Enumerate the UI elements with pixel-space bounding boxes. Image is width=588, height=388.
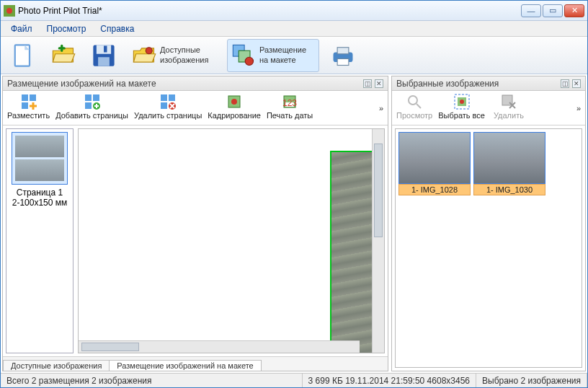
svg-point-10 <box>245 57 253 65</box>
image-x-icon <box>501 94 517 110</box>
magnifier-icon <box>406 94 422 110</box>
panel-close-icon[interactable]: ✕ <box>375 79 383 88</box>
svg-point-7 <box>146 47 152 53</box>
placed-photo[interactable] <box>330 151 372 353</box>
thumbnail-image <box>473 132 545 184</box>
document-icon <box>10 43 36 69</box>
svg-text:123: 123 <box>282 98 297 108</box>
horizontal-scrollbar[interactable] <box>79 340 360 353</box>
vertical-scrollbar[interactable] <box>372 129 384 353</box>
tab-layout[interactable]: Размещение изображений на макете <box>109 360 261 371</box>
save-button[interactable] <box>87 39 120 72</box>
layout-panel-title: Размещение изображений на макете <box>7 79 156 89</box>
grid-plus-icon <box>84 94 100 110</box>
toolbar-overflow-icon[interactable]: » <box>576 104 581 113</box>
selected-toolbar: Просмотр Выбрать все Удалить » <box>392 91 585 125</box>
close-button[interactable]: ✕ <box>564 4 584 17</box>
list-item[interactable]: 1- IMG_1030 <box>473 132 545 195</box>
menu-file[interactable]: Файл <box>5 22 38 35</box>
selected-panel-header: Выбранные изображения ◫ ✕ <box>392 76 585 91</box>
thumbnail-grid: 1- IMG_1028 1- IMG_1030 <box>395 128 582 368</box>
workspace: Размещение изображений на макете ◫ ✕ Раз… <box>1 74 587 373</box>
svg-rect-16 <box>22 102 28 109</box>
svg-rect-19 <box>85 102 92 109</box>
svg-point-34 <box>460 100 464 104</box>
print-date-button[interactable]: 123 Печать даты <box>267 94 313 120</box>
minimize-button[interactable]: — <box>521 4 541 17</box>
page-mini-image-2 <box>15 159 64 181</box>
svg-rect-15 <box>30 94 36 101</box>
menu-help[interactable]: Справка <box>94 22 140 35</box>
svg-rect-23 <box>161 102 167 109</box>
menubar: Файл Просмотр Справка <box>1 21 587 37</box>
svg-rect-21 <box>161 94 167 101</box>
layout-button[interactable]: Размещение на макете <box>227 39 319 72</box>
preview-canvas[interactable] <box>79 129 372 353</box>
open-button[interactable] <box>47 39 80 72</box>
undock-icon[interactable]: ◫ <box>561 79 569 88</box>
floppy-icon <box>91 43 117 69</box>
thumbnail-label: 1- IMG_1028 <box>398 184 471 195</box>
crop-icon <box>226 94 242 110</box>
folder-open-icon <box>50 43 76 69</box>
bottom-tabs: Доступные изображения Размещение изображ… <box>3 356 388 371</box>
selected-panel-title: Выбранные изображения <box>396 79 499 89</box>
svg-rect-12 <box>337 47 349 53</box>
selected-images-panel: Выбранные изображения ◫ ✕ Просмотр Выбра… <box>391 76 586 371</box>
page-list: Страница 1 2-100x150 мм <box>6 128 74 353</box>
place-button[interactable]: Разместить <box>7 94 50 120</box>
statusbar: Всего 2 размещения 2 изображения 3 699 К… <box>1 373 587 387</box>
thumbnail-image <box>398 132 471 184</box>
tab-available-images[interactable]: Доступные изображения <box>3 360 110 371</box>
add-pages-button[interactable]: Добавить страницы <box>55 94 128 120</box>
window-title: Photo Print Pilot Trial* <box>18 6 521 16</box>
page-thumb-selected[interactable] <box>12 132 68 185</box>
svg-rect-6 <box>104 45 107 52</box>
available-images-button[interactable]: Доступные изображения <box>128 39 220 72</box>
layout-toolbar: Разместить Добавить страницы Удалить стр… <box>3 91 388 125</box>
svg-rect-22 <box>169 94 175 101</box>
view-button[interactable]: Просмотр <box>396 94 432 120</box>
svg-point-26 <box>231 99 237 105</box>
menu-view[interactable]: Просмотр <box>41 22 92 35</box>
crop-button[interactable]: Кадрирование <box>208 94 261 120</box>
delete-button[interactable]: Удалить <box>491 94 527 120</box>
available-images-label: Доступные изображения <box>160 45 216 64</box>
layout-panel-header: Размещение изображений на макете ◫ ✕ <box>3 76 388 91</box>
layout-label: Размещение на макете <box>259 45 316 64</box>
select-all-icon <box>454 94 470 110</box>
svg-rect-13 <box>337 58 349 65</box>
maximize-button[interactable]: ▭ <box>543 4 563 17</box>
grid-x-icon <box>160 94 176 110</box>
delete-pages-button[interactable]: Удалить страницы <box>134 94 202 120</box>
thumbnail-label: 1- IMG_1030 <box>473 184 545 195</box>
titlebar: Photo Print Pilot Trial* — ▭ ✕ <box>1 1 587 21</box>
page-caption: Страница 1 2-100x150 мм <box>12 188 68 208</box>
layout-icon <box>231 43 257 69</box>
grid-icon <box>21 94 37 110</box>
list-item[interactable]: 1- IMG_1028 <box>398 132 471 195</box>
svg-rect-18 <box>93 94 99 101</box>
select-all-button[interactable]: Выбрать все <box>438 94 485 120</box>
svg-line-31 <box>416 104 421 108</box>
new-button[interactable] <box>6 39 40 72</box>
svg-rect-5 <box>98 57 110 66</box>
preview-area <box>78 128 385 353</box>
status-left: Всего 2 размещения 2 изображения <box>1 374 303 387</box>
print-button[interactable] <box>326 39 360 72</box>
svg-point-1 <box>6 8 12 14</box>
toolbar-overflow-icon[interactable]: » <box>379 104 383 113</box>
layout-panel: Размещение изображений на макете ◫ ✕ Раз… <box>2 76 388 371</box>
printer-icon <box>330 43 356 69</box>
date-icon: 123 <box>282 94 298 110</box>
undock-icon[interactable]: ◫ <box>363 79 372 88</box>
svg-rect-14 <box>22 94 28 101</box>
page-mini-image-1 <box>15 136 64 157</box>
app-icon <box>4 5 15 17</box>
status-mid: 3 699 КБ 19.11.2014 21:59:50 4608x3456 <box>303 374 476 387</box>
status-right: Выбрано 2 изображения <box>476 374 587 387</box>
svg-point-30 <box>409 96 417 105</box>
panel-close-icon[interactable]: ✕ <box>572 79 581 88</box>
svg-rect-17 <box>85 94 92 101</box>
main-toolbar: Доступные изображения Размещение на маке… <box>1 37 587 74</box>
